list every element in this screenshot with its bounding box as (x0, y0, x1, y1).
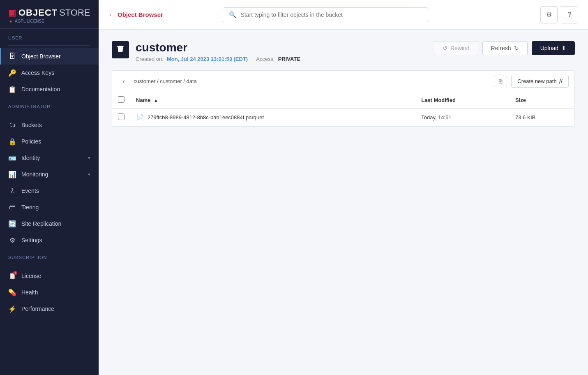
bucket-access-value: PRIVATE (278, 56, 300, 62)
help-button[interactable]: ? (561, 6, 578, 23)
bucket-header: customer Created on: Mon, Jul 24 2023 13… (112, 41, 575, 62)
main-content: customer Created on: Mon, Jul 24 2023 13… (99, 30, 588, 375)
sidebar-item-label: Settings (21, 237, 90, 243)
sidebar-item-documentation[interactable]: 📋 Documentation (0, 81, 99, 97)
license-icon: 📋 ! (8, 272, 16, 280)
chevron-down-icon: ▾ (88, 172, 90, 177)
sidebar-item-buckets[interactable]: 🗂 Buckets (0, 117, 99, 133)
sidebar-item-label: Site Replication (21, 220, 90, 227)
sidebar-item-license[interactable]: 📋 ! License (0, 268, 99, 284)
rewind-button[interactable]: ↺ Rewind (434, 41, 478, 55)
bucket-meta: Created on: Mon, Jul 24 2023 13:01:53 (E… (136, 56, 427, 62)
refresh-button[interactable]: Refresh ↻ (482, 41, 528, 55)
sidebar-item-object-browser[interactable]: 🗄 Object Browser (0, 48, 99, 65)
sidebar-item-events[interactable]: λ Events (0, 183, 99, 199)
sidebar-item-label: Tiering (21, 204, 90, 211)
logo-area: ▣ OBJECT STORE 🔺 AGPL LICENSE (0, 0, 99, 29)
logo-text: OBJECT STORE (18, 7, 90, 18)
back-arrow-icon: ← (108, 11, 115, 19)
user-section-label: User (0, 29, 99, 43)
bucket-created-date: Mon, Jul 24 2023 13:01:53 (EDT) (167, 56, 248, 62)
modified-col-label: Last Modified (421, 97, 456, 103)
topbar-actions: ⚙ ? (540, 6, 578, 23)
upload-label: Upload (540, 45, 558, 51)
table-row[interactable]: 📄 279ffcb8-8989-4812-8b8c-bab1eec0884f.p… (112, 109, 574, 127)
name-column-header[interactable]: Name ▲ (130, 92, 415, 109)
refresh-icon: ↻ (514, 45, 519, 51)
events-icon: λ (8, 187, 16, 195)
file-browser: ‹ customer / customer / data ⎘ Create ne… (112, 70, 575, 127)
file-name: 279ffcb8-8989-4812-8b8c-bab1eec0884f.par… (148, 114, 264, 120)
sidebar-item-label: Object Browser (21, 53, 90, 60)
topbar: ← Object Browser 🔍 ⚙ ? (99, 0, 588, 30)
access-keys-icon: 🔑 (8, 69, 16, 77)
search-input[interactable] (241, 12, 422, 18)
sidebar: ▣ OBJECT STORE 🔺 AGPL LICENSE User 🗄 Obj… (0, 0, 99, 375)
access-label: Access: (256, 56, 275, 62)
policies-icon: 🔒 (8, 137, 16, 146)
create-path-icon: // (559, 78, 563, 85)
search-bar[interactable]: 🔍 (223, 7, 428, 22)
row-checkbox-cell (112, 109, 130, 127)
size-column-header[interactable]: Size (510, 92, 574, 109)
bucket-info: customer Created on: Mon, Jul 24 2023 13… (136, 41, 427, 62)
rewind-icon: ↺ (443, 45, 447, 51)
sidebar-item-label: Health (21, 289, 90, 296)
admin-section-label: Administrator (0, 97, 99, 111)
sidebar-item-label: Policies (21, 138, 90, 145)
bucket-name: customer (136, 41, 427, 54)
row-checkbox[interactable] (118, 113, 125, 120)
table-header-row: Name ▲ Last Modified Size (112, 92, 574, 109)
settings-button[interactable]: ⚙ (540, 6, 558, 23)
upload-icon: ⬆ (561, 45, 566, 51)
size-col-label: Size (515, 97, 526, 103)
license-badge: 🔺 AGPL LICENSE (8, 19, 90, 23)
sidebar-item-label: Performance (21, 306, 90, 312)
sort-ascending-icon: ▲ (154, 98, 158, 103)
site-replication-icon: 🔄 (8, 220, 16, 228)
logo: ▣ OBJECT STORE (8, 7, 90, 18)
select-all-header (112, 92, 130, 109)
settings-icon: ⚙ (8, 236, 16, 244)
refresh-label: Refresh (491, 45, 511, 51)
sidebar-item-label: Events (21, 188, 90, 194)
sidebar-item-label: Monitoring (21, 171, 83, 178)
sidebar-item-access-keys[interactable]: 🔑 Access Keys (0, 65, 99, 81)
sidebar-item-performance[interactable]: ⚡ Performance (0, 301, 99, 317)
sidebar-item-monitoring[interactable]: 📊 Monitoring ▾ (0, 166, 99, 183)
sidebar-item-health[interactable]: 💊 Health (0, 284, 99, 301)
row-name-cell: 📄 279ffcb8-8989-4812-8b8c-bab1eec0884f.p… (130, 109, 415, 127)
create-path-label: Create new path (517, 78, 556, 84)
sidebar-item-identity[interactable]: 🪪 Identity ▾ (0, 150, 99, 166)
copy-path-button[interactable]: ⎘ (494, 76, 507, 87)
file-table: Name ▲ Last Modified Size (112, 92, 574, 126)
performance-icon: ⚡ (8, 305, 16, 313)
sidebar-item-settings[interactable]: ⚙ Settings (0, 232, 99, 248)
monitoring-icon: 📊 (8, 170, 16, 178)
sidebar-item-site-replication[interactable]: 🔄 Site Replication (0, 215, 99, 232)
subscription-section-label: Subscription (0, 248, 99, 262)
upload-button[interactable]: Upload ⬆ (532, 41, 575, 55)
path-back-button[interactable]: ‹ (118, 76, 129, 87)
documentation-icon: 📋 (8, 85, 16, 93)
user-divider (8, 45, 90, 46)
sidebar-item-policies[interactable]: 🔒 Policies (0, 133, 99, 150)
select-all-checkbox[interactable] (118, 96, 125, 103)
breadcrumb-path: customer / customer / data (134, 78, 490, 84)
copy-icon: ⎘ (499, 78, 502, 85)
admin-divider (8, 114, 90, 114)
svg-rect-1 (118, 46, 124, 47)
back-to-object-browser[interactable]: ← Object Browser (108, 11, 163, 19)
object-browser-icon: 🗄 (8, 52, 16, 60)
minio-icon: ▣ (8, 8, 16, 18)
row-modified-cell: Today, 14:51 (415, 109, 510, 127)
modified-column-header[interactable]: Last Modified (415, 92, 510, 109)
sidebar-item-tiering[interactable]: 🗃 Tiering (0, 199, 99, 215)
main-area: ← Object Browser 🔍 ⚙ ? custom (99, 0, 588, 375)
chevron-down-icon: ▾ (88, 155, 90, 161)
back-label: Object Browser (118, 11, 163, 18)
sidebar-item-label: Identity (21, 155, 83, 161)
create-new-path-button[interactable]: Create new path // (511, 75, 569, 88)
bucket-icon (112, 41, 129, 58)
file-type-icon: 📄 (136, 113, 144, 121)
